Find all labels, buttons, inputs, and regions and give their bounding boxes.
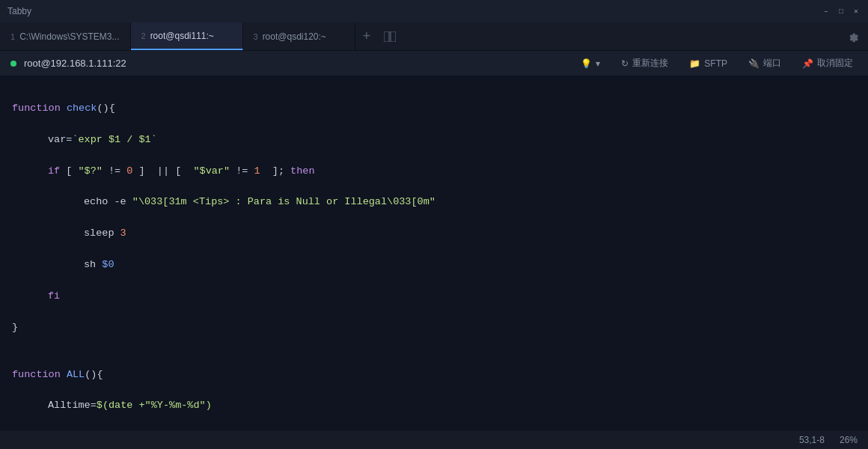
statusbar: 53,1-8 26% bbox=[0, 430, 868, 449]
pin-icon: 📌 bbox=[802, 58, 813, 69]
split-port-button[interactable]: 🔌 端口 bbox=[744, 55, 786, 72]
tab-3-num: 3 bbox=[254, 32, 258, 41]
connection-bar: root@192.168.1.111:22 💡 ▾ ↻ 重新连接 📁 SFTP … bbox=[0, 51, 868, 76]
close-button[interactable]: ✕ bbox=[852, 7, 861, 16]
tab-3-label: root@qsdi120:~ bbox=[263, 31, 326, 42]
terminal-output[interactable]: function check(){ var=`expr $1 / $1` if … bbox=[0, 76, 868, 430]
hint-icon: 💡 bbox=[581, 58, 592, 69]
sftp-button[interactable]: 📁 SFTP bbox=[685, 56, 732, 71]
split-icon: 🔌 bbox=[748, 58, 760, 69]
tab-2[interactable]: 2 root@qsdi111:~ bbox=[131, 22, 243, 50]
split-view-button[interactable] bbox=[378, 22, 402, 50]
settings-button[interactable] bbox=[838, 22, 868, 50]
maximize-button[interactable]: □ bbox=[837, 7, 846, 16]
tabbar: 1 C:\Windows\SYSTEM3... 2 root@qsdi111:~… bbox=[0, 22, 868, 51]
hint-button[interactable]: 💡 ▾ bbox=[576, 56, 605, 71]
reconnect-icon: ↻ bbox=[621, 58, 629, 69]
tab-1-num: 1 bbox=[10, 32, 15, 41]
tab-2-label: root@qsdi111:~ bbox=[150, 31, 214, 41]
tab-1[interactable]: 1 C:\Windows\SYSTEM3... bbox=[0, 22, 131, 50]
tab-3[interactable]: 3 root@qsdi120:~ bbox=[243, 22, 355, 50]
window-controls: – □ ✕ bbox=[822, 7, 861, 16]
sftp-icon: 📁 bbox=[689, 58, 700, 69]
unpin-button[interactable]: 📌 取消固定 bbox=[798, 55, 858, 72]
hint-dropdown-icon: ▾ bbox=[596, 58, 600, 69]
titlebar: Tabby – □ ✕ bbox=[0, 0, 868, 22]
minimize-button[interactable]: – bbox=[822, 7, 831, 16]
scroll-percent: 26% bbox=[840, 435, 858, 445]
tab-2-num: 2 bbox=[141, 31, 146, 40]
add-tab-button[interactable]: + bbox=[355, 22, 379, 50]
svg-rect-0 bbox=[384, 31, 389, 42]
reconnect-button[interactable]: ↻ 重新连接 bbox=[617, 55, 673, 72]
connection-status-dot bbox=[10, 61, 16, 67]
connection-host: root@192.168.1.111:22 bbox=[24, 58, 126, 69]
svg-rect-1 bbox=[391, 31, 396, 42]
app-title: Tabby bbox=[7, 6, 31, 16]
cursor-position: 53,1-8 bbox=[799, 435, 825, 445]
terminal-content: function check(){ var=`expr $1 / $1` if … bbox=[12, 85, 856, 430]
connection-actions: 💡 ▾ ↻ 重新连接 📁 SFTP 🔌 端口 📌 取消固定 bbox=[576, 55, 858, 72]
tab-1-label: C:\Windows\SYSTEM3... bbox=[19, 31, 119, 42]
